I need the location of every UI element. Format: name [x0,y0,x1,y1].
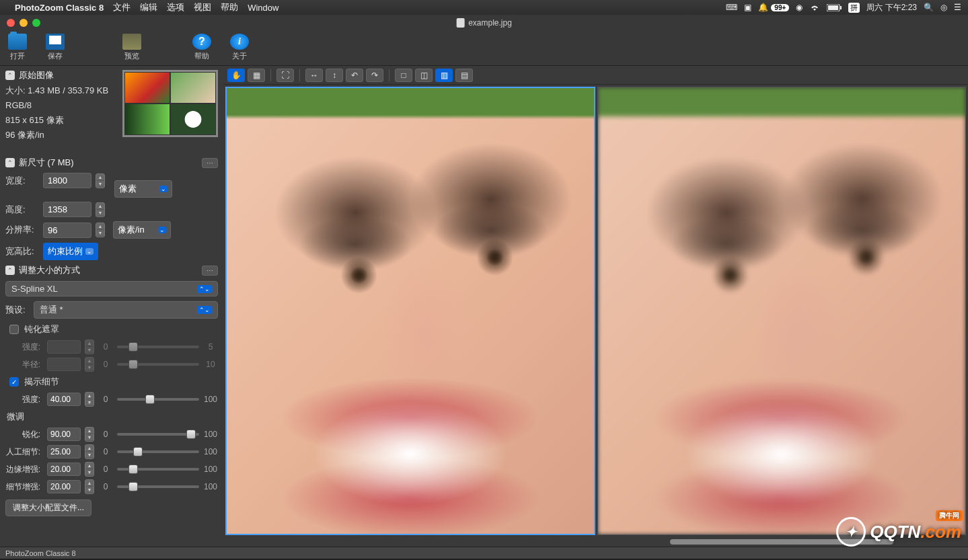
preview-button[interactable]: 预览 [122,34,141,61]
clock[interactable]: 周六 下午2:23 [866,2,917,13]
unsharp-mask-checkbox[interactable] [9,325,19,334]
aspect-select[interactable]: 约束比例⌄ [43,243,98,260]
image-preview-icon [122,34,141,50]
spotlight-icon[interactable]: 🔍 [924,3,934,12]
fine-slider-2[interactable] [117,468,199,471]
fine-slider-1-stepper[interactable]: ▲▼ [85,444,94,459]
thumbnail-strip[interactable] [122,70,218,137]
settings-sidebar: ⌃ 原始图像 大小: 1.43 MB / 353.79 KB RGB/8 815… [0,66,223,547]
height-stepper[interactable]: ▲▼ [96,202,105,217]
info-icon: i [230,34,249,50]
fine-slider-1-input[interactable] [47,445,81,458]
view-split-center-button[interactable]: ◫ [415,69,433,82]
reveal-intensity-stepper[interactable]: ▲▼ [85,392,94,407]
menu-view[interactable]: 视图 [194,1,211,13]
unsharp-radius-input[interactable] [47,358,81,371]
unsharp-radius-stepper[interactable]: ▲▼ [85,357,94,372]
fine-slider-2-stepper[interactable]: ▲▼ [85,462,94,477]
method-select[interactable]: S-Spline XL⌃⌄ [5,281,218,296]
resolution-label: 分辨率: [5,224,39,236]
width-input[interactable] [43,173,91,188]
thumbnail-1[interactable] [124,72,170,104]
resolution-unit-select[interactable]: 像素/in⌄ [113,221,171,239]
menubar-app-name[interactable]: PhotoZoom Classic 8 [15,3,104,13]
statusbar: PhotoZoom Classic 8 [0,547,968,559]
floppy-disk-icon [46,34,65,50]
hand-tool-button[interactable]: ✋ [227,69,245,82]
about-button[interactable]: i 关于 [230,34,249,61]
save-button[interactable]: 保存 [46,34,65,61]
wifi-icon[interactable] [809,3,820,11]
unit-select[interactable]: 像素⌄ [114,180,172,198]
flip-vertical-button[interactable]: ↕ [326,69,343,82]
macos-menubar: PhotoZoom Classic 8 文件 编辑 选项 视图 帮助 Windo… [0,0,968,15]
thumbnail-3[interactable] [124,104,170,135]
fine-slider-0-input[interactable] [47,428,81,441]
preset-select[interactable]: 普通 *⌃⌄ [34,301,218,319]
rotate-left-button[interactable]: ↶ [346,69,363,82]
resize-profile-button[interactable]: 调整大小配置文件... [5,499,91,516]
resolution-stepper[interactable]: ▲▼ [96,223,105,237]
reveal-intensity-slider[interactable] [117,398,199,401]
height-input[interactable] [43,202,91,217]
aspect-label: 宽高比: [5,245,39,257]
minimize-window-button[interactable] [20,19,28,27]
menu-edit[interactable]: 编辑 [140,1,157,13]
fine-slider-1[interactable] [117,450,199,453]
question-mark-icon: ? [192,34,211,50]
section-resize-method[interactable]: ⌃ 调整大小的方式 ⋯ [0,262,223,278]
reveal-detail-checkbox[interactable]: ✓ [9,377,19,387]
menu-options[interactable]: 选项 [167,1,184,13]
menu-file[interactable]: 文件 [113,1,131,13]
unsharp-radius-slider[interactable] [117,363,199,366]
open-button[interactable]: 打开 [8,34,27,61]
fine-slider-2-input[interactable] [47,463,81,476]
control-center-icon[interactable]: ☰ [954,3,961,12]
thumbnail-4[interactable] [170,104,216,135]
fine-slider-0[interactable] [117,433,199,436]
fine-slider-3[interactable] [117,485,199,488]
view-split-horizontal-button[interactable]: ▤ [455,69,473,82]
resolution-input[interactable] [43,223,91,238]
sync-icon[interactable]: ◉ [796,3,803,12]
height-label: 高度: [5,204,39,216]
unsharp-mask-label: 钝化遮罩 [24,323,59,335]
reveal-intensity-input[interactable] [47,393,81,406]
close-window-button[interactable] [7,19,15,27]
resize-method-settings-button[interactable]: ⋯ [202,266,218,276]
thumbnail-2[interactable] [170,72,216,104]
marquee-tool-button[interactable]: ▦ [248,69,265,82]
preset-label: 预设: [5,304,30,316]
fine-slider-0-stepper[interactable]: ▲▼ [85,427,94,442]
rotate-right-button[interactable]: ↷ [366,69,383,82]
fine-slider-3-input[interactable] [47,480,81,493]
crop-tool-button[interactable]: ⛶ [276,69,294,82]
preview-area: ✋ ▦ ⛶ ↔ ↕ ↶ ↷ □ ◫ ▥ ▤ [223,66,968,547]
input-method-icon[interactable]: 拼 [848,3,860,13]
watermark-logo: ✦ QQTN.com 腾牛网 [836,517,961,547]
view-split-vertical-button[interactable]: ▥ [435,69,453,82]
window-title: example.jpg [456,18,512,28]
newsize-settings-button[interactable]: ⋯ [202,158,218,168]
battery-icon[interactable] [827,4,842,11]
notification-icon[interactable]: 🔔99+ [758,3,789,12]
help-button[interactable]: ? 帮助 [192,34,211,61]
preview-pane-result[interactable] [597,87,966,535]
unsharp-intensity-input[interactable] [47,340,81,354]
section-new-size[interactable]: ⌃ 新尺寸 (7 MB) ⋯ [0,155,223,171]
svg-rect-1 [840,6,842,9]
width-stepper[interactable]: ▲▼ [96,173,105,188]
view-single-button[interactable]: □ [395,69,412,82]
unsharp-intensity-stepper[interactable]: ▲▼ [85,339,94,354]
fullscreen-window-button[interactable] [32,19,40,27]
window-titlebar: example.jpg [0,15,968,31]
menu-window[interactable]: Window [248,3,278,13]
display-icon[interactable]: ▣ [744,3,751,12]
preview-pane-original[interactable] [225,87,595,535]
flip-horizontal-button[interactable]: ↔ [305,69,323,82]
menu-help[interactable]: 帮助 [221,1,238,13]
unsharp-intensity-slider[interactable] [117,346,199,348]
fine-slider-3-stepper[interactable]: ▲▼ [85,479,94,494]
siri-icon[interactable]: ◎ [940,3,947,12]
keyboard-icon[interactable]: ⌨ [726,3,737,12]
